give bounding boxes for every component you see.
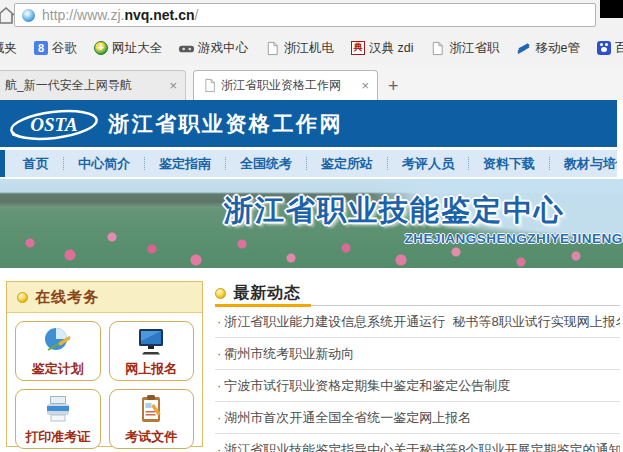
tab-active[interactable]: 浙江省职业资格工作网 × [193,70,378,100]
online-services-header: 在线考务 [7,282,202,313]
bookmark-item[interactable]: 百度 [597,40,623,57]
bookmark-label: 浙江机电 [284,40,334,57]
news-item[interactable]: ·浙江省职业能力建设信息系统开通运行 秘书等8职业试行实现网上报名 [215,306,620,338]
news-item[interactable]: ·宁波市试行职业资格定期集中鉴定和鉴定公告制度 [215,370,620,402]
page-icon [430,41,445,56]
bookmark-label: 移动e管 [535,40,579,57]
monitor-icon [134,324,168,358]
bookmark-item[interactable]: + 网址大全 [94,40,162,57]
nav-item-downloads[interactable]: 资料下载 [469,155,549,173]
site-title: 浙江省职业资格工作网 [108,110,343,138]
address-bar-row: http://www.zj.nvq.net.cn/ [0,0,623,32]
tab-inactive[interactable]: 航_新一代安全上网导航 × [0,70,186,100]
document-icon [134,392,168,426]
nav-item-training[interactable]: 教材与培训 [550,155,617,173]
news-item-text: 衢州市统考职业新动向 [224,346,354,361]
news-item[interactable]: ·湖州市首次开通全国全省统一鉴定网上报名 [215,402,620,434]
bookmark-item[interactable]: 游戏中心 [179,40,248,57]
online-services-title: 在线考务 [35,288,99,307]
address-bar[interactable]: http://www.zj.nvq.net.cn/ [14,3,596,27]
bookmarks-bar: 藏夹 8 谷歌 + 网址大全 游戏中心 浙江机电 典 汉典 zdi 浙江省职 移… [0,31,623,65]
bookmark-item[interactable]: 浙江机电 [265,40,334,57]
bookmark-label: 藏夹 [0,40,17,57]
news-header: 最新动态 [215,281,620,306]
button-label: 考试文件 [125,428,177,446]
bullet: · [217,378,221,393]
page-icon [265,41,280,56]
button-label: 打印准考证 [25,428,90,446]
dictionary-icon: 典 [351,41,365,55]
bookmark-label: 游戏中心 [198,40,248,57]
tab-close-icon[interactable]: × [361,78,369,93]
latest-news-section: 最新动态 ·浙江省职业能力建设信息系统开通运行 秘书等8职业试行实现网上报名 ·… [215,281,620,452]
site-header: OSTA 浙江省职业资格工作网 [0,100,617,147]
main-nav: 首页 中心简介 鉴定指南 全国统考 鉴定所站 考评人员 资料下载 教材与培训 质… [0,150,617,177]
bookmark-label: 浙江省职 [449,40,499,57]
bullet: · [217,442,221,452]
nav-item-about[interactable]: 中心简介 [64,155,144,173]
gamepad-icon [179,41,194,56]
tab-label: 浙江省职业资格工作网 [221,77,341,94]
nav-item-home[interactable]: 首页 [5,155,63,173]
banner-image: 浙江省职业技能鉴定中心 ZHEJIANGSHENGZHIYEJINENG. [0,179,623,268]
service-button-grid: 鉴定计划 网上报名 [7,313,202,452]
banner-subtitle: ZHEJIANGSHENGZHIYEJINENG. [404,231,623,246]
bookmark-label: 网址大全 [112,40,162,57]
bookmark-item[interactable]: 浙江省职 [430,40,499,57]
bookmark-item[interactable]: 藏夹 [0,40,17,57]
bookmark-label: 百度 [615,40,623,57]
news-item-text: 浙江省职业能力建设信息系统开通运行 秘书等8职业试行实现网上报名 [224,314,620,329]
nav-item-guide[interactable]: 鉴定指南 [145,155,225,173]
tab-bar: 航_新一代安全上网导航 × 浙江省职业资格工作网 × + [0,65,623,100]
sun-bullet-icon [215,288,226,299]
bullet: · [217,314,221,329]
bullet: · [217,346,221,361]
news-title: 最新动态 [233,283,301,304]
exam-documents-button[interactable]: 考试文件 [109,389,195,449]
bullet: · [217,410,221,425]
nav-item-stations[interactable]: 鉴定所站 [307,155,387,173]
tab-label: 航_新一代安全上网导航 [5,77,132,94]
page-icon [203,78,216,93]
tab-close-icon[interactable]: × [169,78,177,93]
printer-icon [41,392,75,426]
button-label: 网上报名 [125,360,177,378]
bookmark-label: 谷歌 [52,40,77,57]
nav-site-icon: + [94,41,108,55]
news-item-text: 宁波市试行职业资格定期集中鉴定和鉴定公告制度 [224,378,510,393]
news-item-text: 湖州市首次开通全国全省统一鉴定网上报名 [224,410,471,425]
bookmark-item[interactable]: 移动e管 [516,40,579,57]
mobile-manager-icon [516,41,531,56]
svg-text:OSTA: OSTA [30,114,78,135]
browser-window: http://www.zj.nvq.net.cn/ 藏夹 8 谷歌 + 网址大全… [0,0,623,452]
bookmark-label: 汉典 zdi [369,40,413,57]
url-text: http://www.zj.nvq.net.cn/ [42,7,198,23]
news-item[interactable]: ·浙江省职业技能鉴定指导中心关于秘书等8个职业开展定期鉴定的通知 [215,434,620,452]
nav-item-national-exam[interactable]: 全国统考 [226,155,306,173]
google-icon: 8 [34,41,48,55]
print-admission-button[interactable]: 打印准考证 [15,389,101,449]
banner-title: 浙江省职业技能鉴定中心 [224,191,565,231]
button-label: 鉴定计划 [32,360,84,378]
bookmark-item[interactable]: 典 汉典 zdi [351,40,413,57]
online-services-panel: 在线考务 鉴定计划 网上报名 [6,281,203,447]
exam-plan-button[interactable]: 鉴定计划 [15,321,101,381]
plan-icon [41,324,75,358]
baidu-icon [597,41,611,55]
news-item-text: 浙江省职业技能鉴定指导中心关于秘书等8个职业开展定期鉴定的通知 [224,442,620,452]
new-tab-button[interactable]: + [388,77,399,95]
window-corner-box [600,0,623,18]
site-favicon [22,9,35,22]
online-registration-button[interactable]: 网上报名 [109,321,195,381]
sun-bullet-icon [17,292,28,303]
nav-item-assessors[interactable]: 考评人员 [388,155,468,173]
news-item[interactable]: ·衢州市统考职业新动向 [215,338,620,370]
osta-logo: OSTA [8,106,100,142]
bookmark-item[interactable]: 8 谷歌 [34,40,77,57]
